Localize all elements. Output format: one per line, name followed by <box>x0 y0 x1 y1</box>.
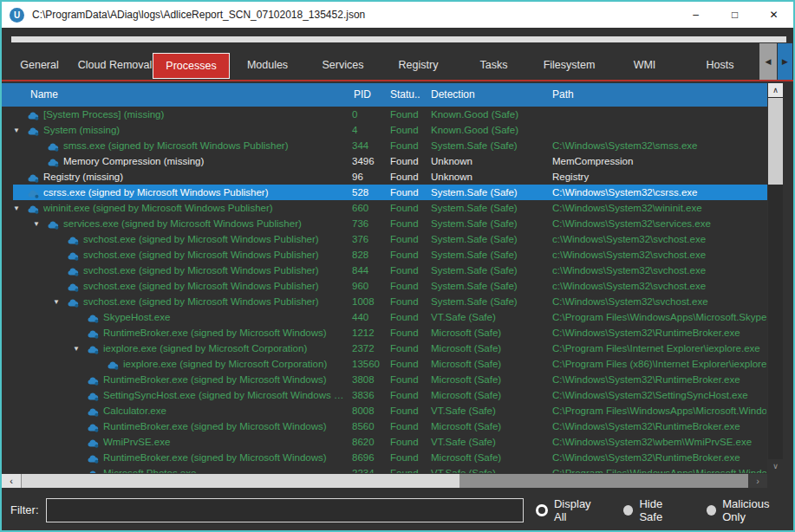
radio-display-all-icon[interactable] <box>536 504 548 516</box>
column-header-statu[interactable]: Statu.. <box>390 88 420 101</box>
process-pid: 3836 <box>352 387 375 403</box>
tab-list: GeneralCloud RemovalProcessesModulesServ… <box>2 53 758 79</box>
table-row[interactable]: SkypeHost.exe440FoundVT.Safe (Safe)C:\Pr… <box>2 309 767 325</box>
process-path: C:\Program Files\WindowsApps\Microsoft.W… <box>552 465 766 473</box>
radio-malicious-only[interactable]: Malicious Only <box>707 497 793 523</box>
tab-cloud-removal[interactable]: Cloud Removal <box>77 53 153 79</box>
process-status: Found <box>390 169 419 185</box>
process-path: c:\Windows\System32\svchost.exe <box>552 247 766 263</box>
process-pid: 8008 <box>352 403 375 418</box>
tab-processes[interactable]: Processes <box>153 53 230 79</box>
process-name: svchost.exe (signed by Microsoft Windows… <box>83 263 350 278</box>
filter-input[interactable] <box>46 498 525 522</box>
tab-filesystem[interactable]: Filesystem <box>531 53 607 79</box>
tab-registry[interactable]: Registry <box>381 53 456 79</box>
process-status: Found <box>390 309 419 325</box>
expander-icon[interactable]: ▼ <box>73 341 80 357</box>
radio-malicious-only-icon[interactable] <box>707 505 717 516</box>
process-detection: System.Safe (Safe) <box>431 200 518 216</box>
table-row[interactable]: RuntimeBroker.exe (signed by Microsoft W… <box>2 372 767 387</box>
process-detection: System.Safe (Safe) <box>431 216 518 231</box>
minimize-button[interactable]: – <box>676 2 715 28</box>
tab-general[interactable]: General <box>2 53 77 79</box>
table-row[interactable]: ▼wininit.exe (signed by Microsoft Window… <box>2 200 767 216</box>
process-name: RuntimeBroker.exe (signed by Microsoft W… <box>103 418 350 434</box>
process-name: SettingSyncHost.exe (signed by Microsoft… <box>103 387 350 403</box>
close-button[interactable]: ✕ <box>754 2 793 28</box>
expander-icon[interactable]: ▼ <box>53 295 60 310</box>
vertical-scroll-thumb[interactable] <box>768 98 783 185</box>
table-row[interactable]: svchost.exe (signed by Microsoft Windows… <box>2 263 767 278</box>
scroll-left-icon[interactable]: ‹ <box>2 474 21 488</box>
scroll-right-icon[interactable]: › <box>748 474 767 488</box>
process-path <box>552 122 766 138</box>
tab-hosts[interactable]: Hosts <box>682 53 758 79</box>
table-row[interactable]: ▼svchost.exe (signed by Microsoft Window… <box>2 294 767 309</box>
radio-label: Hide Safe <box>639 497 687 523</box>
table-row[interactable]: ▼iexplore.exe (signed by Microsoft Corpo… <box>2 341 767 356</box>
table-row[interactable]: WmiPrvSE.exe8620FoundVT.Safe (Safe)C:\Wi… <box>2 434 767 450</box>
process-path: C:\Windows\System32\RuntimeBroker.exe <box>552 450 766 465</box>
column-header-pid[interactable]: PID <box>354 88 371 101</box>
scroll-up-icon[interactable]: ∧ <box>768 83 783 97</box>
process-status: Found <box>390 341 419 356</box>
process-pid: 2234 <box>352 465 375 473</box>
tab-modules[interactable]: Modules <box>230 53 305 79</box>
process-path: C:\Windows\System32\RuntimeBroker.exe <box>552 372 766 387</box>
vertical-scrollbar[interactable]: ∧ ∨ <box>768 83 783 473</box>
process-name: SkypeHost.exe <box>103 309 350 325</box>
table-row[interactable]: ▼services.exe (signed by Microsoft Windo… <box>2 216 767 231</box>
process-name: csrss.exe (signed by Microsoft Windows P… <box>43 185 350 200</box>
tab-scroll-right-icon[interactable]: ▶ <box>778 43 792 80</box>
process-detection: Microsoft (Safe) <box>431 372 501 387</box>
process-name: svchost.exe (signed by Microsoft Windows… <box>83 278 350 294</box>
table-row[interactable]: Microsoft.Photos.exe2234FoundVT.Safe (Sa… <box>2 465 767 473</box>
column-header-detection[interactable]: Detection <box>431 88 475 101</box>
process-status: Found <box>390 356 419 372</box>
tab-scroll-left-icon[interactable]: ◀ <box>759 43 777 80</box>
table-row[interactable]: svchost.exe (signed by Microsoft Windows… <box>2 231 767 247</box>
table-row[interactable]: RuntimeBroker.exe (signed by Microsoft W… <box>2 418 767 434</box>
maximize-button[interactable]: □ <box>715 2 754 28</box>
radio-hide-safe[interactable]: Hide Safe <box>623 497 687 523</box>
expander-icon[interactable]: ▼ <box>33 217 40 232</box>
tab-services[interactable]: Services <box>305 53 381 79</box>
process-path: C:\Windows\System32\smss.exe <box>552 138 766 153</box>
process-detection: System.Safe (Safe) <box>431 185 518 200</box>
table-row[interactable]: svchost.exe (signed by Microsoft Windows… <box>2 247 767 263</box>
process-path: C:\Windows\System32\RuntimeBroker.exe <box>552 418 766 434</box>
table-row[interactable]: iexplore.exe (signed by Microsoft Corpor… <box>2 356 767 372</box>
table-row[interactable]: Registry (missing)96FoundUnknownRegistry <box>2 169 767 185</box>
process-name: Registry (missing) <box>43 169 350 185</box>
process-detection: System.Safe (Safe) <box>431 231 518 247</box>
table-row[interactable]: ▼System (missing)4FoundKnown.Good (Safe) <box>2 122 767 138</box>
tab-wmi[interactable]: WMI <box>607 53 682 79</box>
table-row[interactable]: RuntimeBroker.exe (signed by Microsoft W… <box>2 325 767 341</box>
radio-display-all[interactable]: Display All <box>536 497 604 523</box>
table-row[interactable]: Memory Compression (missing)3496FoundUnk… <box>2 153 767 169</box>
process-status: Found <box>390 465 419 473</box>
process-pid: 3808 <box>352 372 375 387</box>
process-detection: System.Safe (Safe) <box>431 294 518 309</box>
expander-icon[interactable]: ▼ <box>13 201 20 217</box>
scroll-down-icon[interactable]: ∨ <box>768 459 783 473</box>
process-detection: System.Safe (Safe) <box>431 278 518 294</box>
table-row[interactable]: smss.exe (signed by Microsoft Windows Pu… <box>2 138 767 153</box>
tab-tasks[interactable]: Tasks <box>456 53 531 79</box>
process-status: Found <box>390 247 419 263</box>
table-row[interactable]: [System Process] (missing)0FoundKnown.Go… <box>2 107 767 122</box>
table-row[interactable]: Calculator.exe8008FoundVT.Safe (Safe)C:\… <box>2 403 767 418</box>
table-row[interactable]: SettingSyncHost.exe (signed by Microsoft… <box>2 387 767 403</box>
table-row[interactable]: svchost.exe (signed by Microsoft Windows… <box>2 278 767 294</box>
expander-icon[interactable]: ▼ <box>13 123 20 139</box>
horizontal-scrollbar[interactable]: ‹ › <box>2 474 767 488</box>
process-pid: 440 <box>352 309 368 325</box>
table-row[interactable]: csrss.exe (signed by Microsoft Windows P… <box>2 185 767 200</box>
radio-hide-safe-icon[interactable] <box>623 505 634 516</box>
table-row[interactable]: RuntimeBroker.exe (signed by Microsoft W… <box>2 450 767 465</box>
horizontal-scroll-thumb[interactable] <box>22 474 459 488</box>
process-detection: Microsoft (Safe) <box>431 325 501 341</box>
column-header-path[interactable]: Path <box>552 88 574 101</box>
column-header-name[interactable]: Name <box>30 88 58 101</box>
process-pid: 0 <box>352 107 357 122</box>
